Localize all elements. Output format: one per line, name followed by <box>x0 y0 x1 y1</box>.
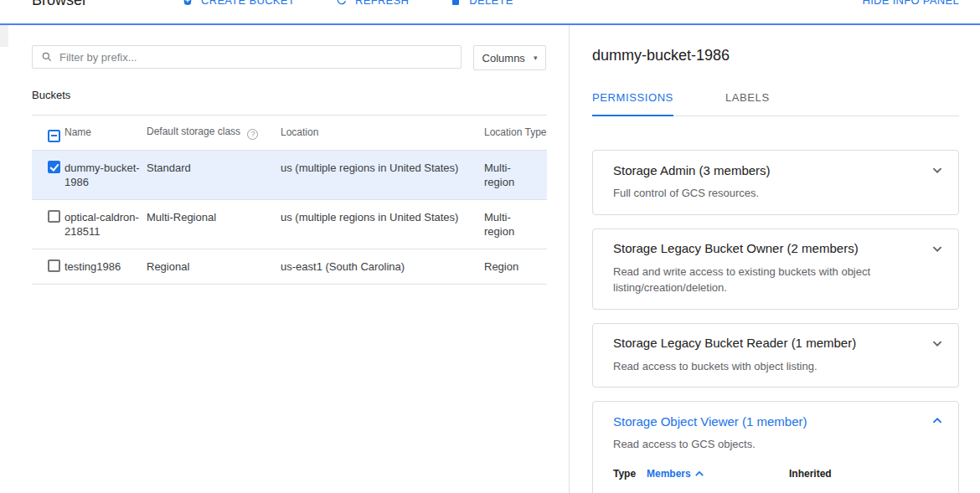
info-panel: dummy-bucket-1986 PERMISSIONS LABELS Sto… <box>570 25 980 493</box>
row-checkbox[interactable] <box>48 161 60 173</box>
bucket-list-panel: Columns ▾ Buckets Name Default storage c… <box>0 25 570 493</box>
chevron-down-icon[interactable] <box>928 239 946 258</box>
table-row[interactable]: testing1986 Regional us-east1 (South Car… <box>32 249 547 284</box>
filter-row: Columns ▾ <box>32 45 546 70</box>
role-cards: Storage Admin (3 members) Full control o… <box>592 150 959 493</box>
bucket-location-type: Region <box>484 249 547 284</box>
role-title: Storage Admin (3 members) <box>613 163 771 177</box>
members-header-label: Members <box>647 468 691 480</box>
filter-box <box>32 45 462 69</box>
refresh-icon <box>335 0 348 7</box>
members-type-header: Type <box>613 468 647 480</box>
role-title: Storage Legacy Bucket Reader (1 member) <box>613 336 856 350</box>
left-edge-strip <box>0 25 8 47</box>
caret-down-icon: ▾ <box>534 54 538 62</box>
column-header-location: Location <box>281 116 484 151</box>
filter-by-prefix-input[interactable] <box>59 51 452 64</box>
chevron-down-icon[interactable] <box>928 161 946 179</box>
page-title: Browser <box>32 0 87 9</box>
bucket-storage-class: Multi-Regional <box>147 199 281 249</box>
bucket-name-link[interactable]: dummy-bucket-1986 <box>64 150 147 199</box>
bucket-storage-class: Regional <box>147 249 281 284</box>
bucket-storage-class: Standard <box>147 150 281 199</box>
help-icon[interactable]: ? <box>247 129 258 140</box>
delete-button[interactable]: DELETE <box>449 0 513 7</box>
bucket-location-type: Multi-region <box>484 150 547 199</box>
create-bucket-button[interactable]: CREATE BUCKET <box>181 0 295 7</box>
search-icon <box>41 51 53 63</box>
bucket-location-type: Multi-region <box>484 199 547 249</box>
role-description: Read and write access to existing bucket… <box>613 264 941 296</box>
role-card-storage-admin: Storage Admin (3 members) Full control o… <box>592 150 959 215</box>
trash-icon <box>449 0 462 7</box>
bucket-location: us (multiple regions in United States) <box>281 150 484 199</box>
column-header-name: Name <box>64 116 147 151</box>
table-row[interactable]: dummy-bucket-1986 Standard us (multiple … <box>32 150 547 199</box>
bucket-name-link[interactable]: testing1986 <box>64 249 147 284</box>
hide-info-panel-label: HIDE INFO PANEL <box>862 0 959 7</box>
role-card-header[interactable]: Storage Object Viewer (1 member) <box>613 412 946 430</box>
column-header-storage-class: Default storage class ? <box>147 116 281 151</box>
create-bucket-label: CREATE BUCKET <box>201 0 295 7</box>
columns-label: Columns <box>482 52 525 64</box>
bucket-name-link[interactable]: optical-caldron-218511 <box>64 199 147 249</box>
bucket-location: us-east1 (South Carolina) <box>281 249 484 284</box>
main-content: Columns ▾ Buckets Name Default storage c… <box>0 25 980 493</box>
columns-dropdown-button[interactable]: Columns ▾ <box>473 45 546 70</box>
sort-ascending-icon <box>695 471 704 476</box>
role-description: Read access to GCS objects. <box>613 436 941 453</box>
tab-permissions[interactable]: PERMISSIONS <box>592 91 673 116</box>
chevron-up-icon[interactable] <box>928 412 946 430</box>
members-table: Type Members Inherited <box>613 468 946 493</box>
role-title: Storage Legacy Bucket Owner (2 members) <box>613 241 859 255</box>
role-description: Read access to buckets with object listi… <box>613 358 941 375</box>
members-table-header: Type Members Inherited <box>613 468 946 480</box>
delete-label: DELETE <box>469 0 513 7</box>
select-all-checkbox[interactable] <box>48 130 60 142</box>
role-description: Full control of GCS resources. <box>613 185 941 202</box>
table-row[interactable]: optical-caldron-218511 Multi-Regional us… <box>32 199 547 249</box>
buckets-table: Name Default storage class ? Location Lo… <box>32 115 547 285</box>
role-card-header[interactable]: Storage Admin (3 members) <box>613 161 946 179</box>
role-card-storage-object-viewer: Storage Object Viewer (1 member) Read ac… <box>592 401 959 493</box>
refresh-label: REFRESH <box>355 0 409 7</box>
hide-info-panel-button[interactable]: HIDE INFO PANEL <box>862 0 959 7</box>
role-card-legacy-bucket-reader: Storage Legacy Bucket Reader (1 member) … <box>592 323 959 388</box>
role-card-header[interactable]: Storage Legacy Bucket Reader (1 member) <box>613 334 946 352</box>
refresh-button[interactable]: REFRESH <box>335 0 409 7</box>
role-title: Storage Object Viewer (1 member) <box>613 414 807 429</box>
chevron-down-icon[interactable] <box>928 334 946 352</box>
members-inherited-header: Inherited <box>789 468 946 480</box>
members-sort-header[interactable]: Members <box>647 468 789 480</box>
storage-class-header-label: Default storage class <box>147 126 240 137</box>
role-card-legacy-bucket-owner: Storage Legacy Bucket Owner (2 members) … <box>592 229 959 310</box>
row-checkbox[interactable] <box>48 259 60 272</box>
buckets-section-label: Buckets <box>32 89 546 101</box>
bucket-add-icon <box>181 0 194 7</box>
tab-labels[interactable]: LABELS <box>725 91 770 116</box>
info-panel-title: dummy-bucket-1986 <box>592 47 959 64</box>
role-card-header[interactable]: Storage Legacy Bucket Owner (2 members) <box>613 239 946 258</box>
bucket-location: us (multiple regions in United States) <box>281 199 484 249</box>
table-header-row: Name Default storage class ? Location Lo… <box>32 116 547 151</box>
column-header-location-type: Location Type <box>484 116 547 151</box>
info-panel-tabs: PERMISSIONS LABELS <box>592 91 959 116</box>
top-toolbar: Browser CREATE BUCKET REFRESH DELETE HID… <box>0 0 980 25</box>
row-checkbox[interactable] <box>48 210 60 223</box>
